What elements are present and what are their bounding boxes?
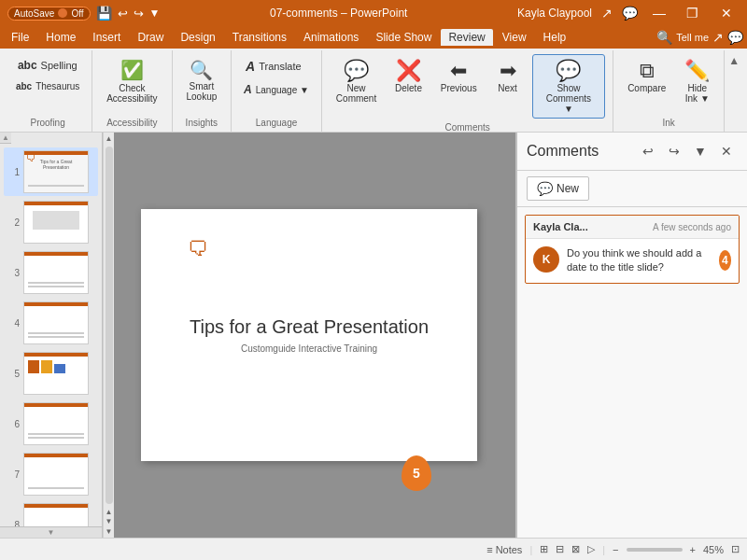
slide-thumbnail-3[interactable]: 3 (4, 248, 98, 297)
menu-bar: File Home Insert Draw Design Transitions… (0, 26, 747, 49)
slide-preview-8 (23, 503, 89, 526)
redo-icon[interactable]: ↪ (134, 7, 144, 21)
spelling-button[interactable]: abc Spelling (11, 54, 84, 77)
menu-design[interactable]: Design (173, 29, 222, 46)
show-comments-label: Show Comments ▼ (541, 83, 598, 114)
notes-button[interactable]: ≡ Notes (486, 544, 522, 555)
scroll-up-arrow[interactable]: ▲ (106, 134, 113, 143)
scroll-down-arrow[interactable]: ▼ (106, 527, 113, 536)
autosave-badge[interactable]: AutoSave Off (7, 7, 91, 21)
slide-comment-marker[interactable]: 🗨 (188, 237, 208, 261)
status-right: ≡ Notes | ⊞ ⊟ ⊠ ▷ | − + 45% ⊡ (486, 543, 740, 555)
comments-navigate-back[interactable]: ↩ (637, 140, 659, 162)
status-bar: ≡ Notes | ⊞ ⊟ ⊠ ▷ | − + 45% ⊡ (0, 538, 747, 560)
autosave-toggle[interactable] (58, 8, 67, 18)
comments-ribbon-icon[interactable]: 💬 (727, 30, 743, 45)
delete-comment-icon: ❌ (396, 59, 421, 83)
menu-transitions[interactable]: Transitions (225, 29, 294, 46)
slide-preview-1: Tips for a GreatPresentation 🗨 (23, 150, 89, 193)
thesaurus-button[interactable]: abc Thesaurus (11, 78, 84, 94)
zoom-slider[interactable] (627, 548, 683, 552)
delete-comment-button[interactable]: ❌ Delete (388, 54, 429, 98)
comment-author: Kayla Cla... (533, 221, 588, 232)
language-content: A Translate A Language ▼ (239, 54, 314, 114)
comments-panel-title: Comments (527, 143, 599, 160)
content-area: ▲ ▲ ▼ ▼ 🗨 Tips for a Great Presentation … (103, 133, 515, 538)
compare-label: Compare (627, 83, 666, 93)
next-icon: ➡ (500, 59, 516, 83)
new-comment-button[interactable]: 💬 New Comment (330, 54, 383, 108)
scroll-page-up[interactable]: ▲ (106, 508, 113, 516)
show-comments-button[interactable]: 💬 Show Comments ▼ (532, 54, 606, 119)
view-reading-icon[interactable]: ⊠ (571, 543, 580, 555)
customize-icon[interactable]: ▼ (149, 7, 161, 20)
menu-help[interactable]: Help (536, 29, 574, 46)
notes-icon: ≡ (486, 544, 492, 555)
view-slide-sorter-icon[interactable]: ⊟ (556, 543, 564, 555)
next-comment-button[interactable]: ➡ Next (489, 54, 527, 98)
comment-card-header: Kayla Cla... A few seconds ago (526, 216, 739, 239)
comment-body: K Do you think we should add a date to t… (526, 239, 739, 283)
compare-button[interactable]: ⧉ Compare (621, 54, 672, 98)
new-comment-panel-button[interactable]: 💬 New (527, 176, 589, 201)
hide-ink-icon: ✏️ (684, 59, 710, 83)
vertical-scrollbar[interactable]: ▲ ▲ ▼ ▼ (103, 133, 114, 538)
proofing-content: abc Spelling abc Thesaurus (11, 54, 84, 114)
comment-indicator-icon: 🗨 (26, 153, 35, 163)
ribbon-collapse[interactable]: ▲ (725, 50, 743, 132)
delete-comment-label: Delete (395, 83, 422, 93)
title-bar: AutoSave Off 💾 ↩ ↪ ▼ 07-comments – Power… (0, 0, 747, 26)
slide-thumbnail-4[interactable]: 4 (4, 299, 98, 347)
ink-group-label: Ink (663, 114, 675, 128)
status-divider-1: | (529, 544, 532, 555)
language-button[interactable]: A Language ▼ (239, 80, 314, 99)
menu-insert[interactable]: Insert (85, 29, 128, 46)
smart-lookup-button[interactable]: 🔍 Smart Lookup (179, 54, 223, 106)
close-button[interactable]: ✕ (713, 4, 740, 22)
menu-review[interactable]: Review (441, 29, 492, 46)
zoom-out-icon[interactable]: − (613, 544, 618, 555)
ribbon-group-ink: ⧉ Compare ✏️ Hide Ink ▼ Ink (613, 50, 725, 132)
accessibility-group-label: Accessibility (106, 114, 157, 128)
proofing-group-label: Proofing (31, 114, 65, 128)
menu-file[interactable]: File (4, 29, 36, 46)
slide-thumbnail-1[interactable]: 1 Tips for a GreatPresentation 🗨 (4, 147, 98, 196)
search-icon[interactable]: 🔍 (656, 30, 672, 45)
slide-thumbnail-8[interactable]: 8 (4, 500, 98, 526)
slide-thumbnail-7[interactable]: 7 (4, 450, 98, 498)
menu-animations[interactable]: Animations (296, 29, 366, 46)
menu-view[interactable]: View (495, 29, 534, 46)
menu-slideshow[interactable]: Slide Show (368, 29, 439, 46)
translate-button[interactable]: A Translate (239, 54, 314, 78)
zoom-level: 45% (703, 544, 724, 555)
ribbon-group-proofing: abc Spelling abc Thesaurus Proofing (4, 50, 92, 132)
scroll-thumb[interactable] (106, 147, 113, 504)
title-bar-left: AutoSave Off 💾 ↩ ↪ ▼ (7, 6, 160, 21)
slide-thumbnail-6[interactable]: 6 (4, 399, 98, 448)
tell-me-label[interactable]: Tell me (676, 32, 709, 43)
save-icon[interactable]: 💾 (96, 6, 112, 21)
comments-icon[interactable]: 💬 (622, 6, 638, 21)
view-slideshow-icon[interactable]: ▷ (587, 543, 595, 555)
undo-icon[interactable]: ↩ (118, 7, 128, 21)
hide-ink-button[interactable]: ✏️ Hide Ink ▼ (678, 54, 716, 108)
previous-comment-button[interactable]: ⬅ Previous (434, 54, 484, 98)
comments-navigate-forward[interactable]: ↪ (663, 140, 685, 162)
scroll-page-down[interactable]: ▼ (106, 517, 113, 525)
slide-thumbnail-2[interactable]: 2 (4, 198, 98, 246)
minimize-button[interactable]: — (647, 4, 671, 22)
new-comment-btn-label: New (557, 182, 579, 195)
view-normal-icon[interactable]: ⊞ (540, 543, 548, 555)
zoom-in-icon[interactable]: + (690, 544, 696, 555)
fit-slide-icon[interactable]: ⊡ (731, 543, 740, 555)
share-ribbon-icon[interactable]: ↗ (712, 30, 724, 45)
comments-collapse-btn[interactable]: ▼ (689, 140, 712, 162)
share-icon[interactable]: ↗ (601, 6, 613, 21)
menu-draw[interactable]: Draw (130, 29, 171, 46)
restore-button[interactable]: ❐ (681, 4, 704, 22)
comments-close-btn[interactable]: ✕ (715, 140, 738, 162)
slide-subtitle-text: Customguide Interactive Training (241, 343, 377, 354)
slide-thumbnail-5[interactable]: 5 (4, 349, 98, 398)
check-accessibility-button[interactable]: ✅ Check Accessibility (100, 54, 163, 108)
menu-home[interactable]: Home (38, 29, 83, 46)
